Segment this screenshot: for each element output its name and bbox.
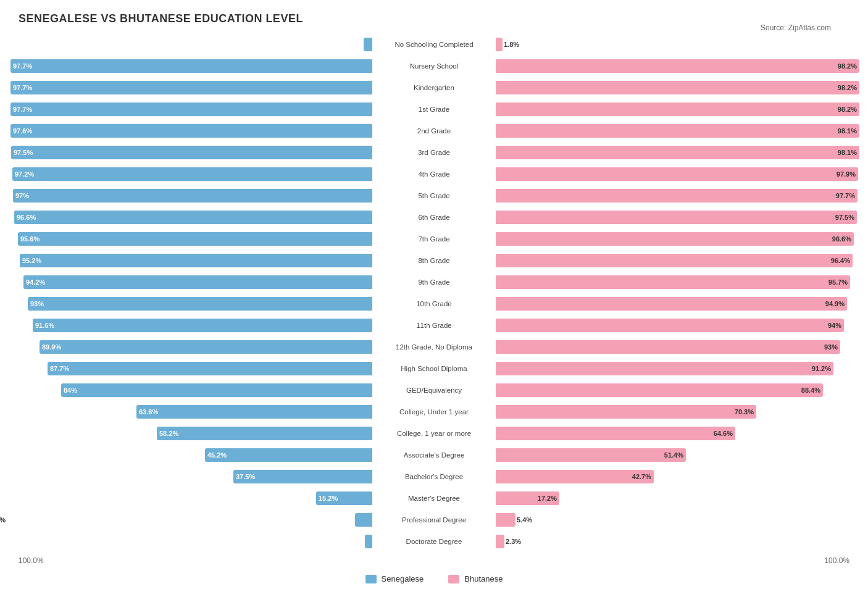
bar-left-23: [365, 535, 372, 548]
left-section-23: 2%: [19, 532, 372, 551]
val-left-inside-15: 87.7%: [50, 365, 69, 372]
bar-row: 95.2% 8th Grade 96.4%: [19, 251, 849, 270]
bar-right-17: 70.3%: [496, 405, 756, 419]
val-left-inside-8: 96.6%: [17, 214, 36, 221]
bar-right-9: 96.6%: [496, 232, 854, 246]
bar-right-22: [496, 513, 515, 527]
left-section-17: 63.6%: [19, 402, 372, 422]
label-center-6: 4th Grade: [372, 170, 496, 178]
axis-labels: 100.0% 100.0%: [19, 556, 849, 565]
label-center-8: 6th Grade: [372, 214, 496, 221]
val-left-inside-18: 58.2%: [159, 430, 178, 437]
val-right-inside-7: 97.7%: [836, 192, 855, 199]
legend-senegalese: Senegalese: [365, 574, 424, 583]
axis-right-label: 100.0%: [491, 556, 849, 565]
bar-left-15: 87.7%: [48, 362, 372, 375]
val-right-inside-13: 94%: [828, 322, 841, 329]
label-center-12: 10th Grade: [372, 300, 496, 307]
val-left-inside-9: 95.6%: [20, 235, 40, 243]
label-center-15: High School Diploma: [372, 365, 496, 372]
left-section-0: 2.3%: [19, 35, 372, 54]
right-section-23: 2.3%: [496, 532, 849, 551]
bar-row: 37.5% Bachelor's Degree 42.7%: [19, 467, 849, 487]
source-text: Source: ZipAtlas.com: [761, 23, 831, 32]
bar-right-1: 98.2%: [496, 59, 859, 73]
right-section-6: 97.9%: [496, 164, 849, 184]
label-center-21: Master's Degree: [372, 495, 496, 502]
bar-row: 97% 5th Grade 97.7%: [19, 186, 849, 206]
bar-row: 96.6% 6th Grade 97.5%: [19, 207, 849, 227]
bar-right-20: 42.7%: [496, 470, 654, 483]
bar-left-10: 95.2%: [20, 254, 372, 267]
bar-left-19: 45.2%: [205, 448, 372, 462]
val-left-inside-10: 95.2%: [22, 257, 41, 264]
left-section-14: 89.9%: [19, 337, 372, 357]
bar-right-18: 64.6%: [496, 427, 735, 440]
left-section-21: 15.2%: [19, 488, 372, 508]
val-right-inside-20: 42.7%: [632, 473, 651, 480]
right-section-13: 94%: [496, 316, 849, 335]
val-right-inside-14: 93%: [824, 343, 838, 351]
legend-bhutanese-box: [448, 575, 459, 583]
bar-row: 97.7% Kindergarten 98.2%: [19, 78, 849, 98]
left-section-11: 94.2%: [19, 272, 372, 292]
label-center-9: 7th Grade: [372, 235, 496, 243]
left-section-15: 87.7%: [19, 359, 372, 378]
bar-right-5: 98.1%: [496, 146, 859, 159]
right-section-18: 64.6%: [496, 424, 849, 443]
left-section-1: 97.7%: [19, 56, 372, 76]
bar-left-8: 96.6%: [14, 211, 372, 224]
val-right-inside-8: 97.5%: [835, 214, 854, 221]
bar-left-21: 15.2%: [316, 491, 372, 505]
bar-row: 97.7% 1st Grade 98.2%: [19, 99, 849, 119]
chart-container: SENEGALESE VS BHUTANESE EDUCATION LEVEL …: [0, 0, 868, 602]
val-left-inside-17: 63.6%: [139, 408, 158, 416]
bar-row: 84% GED/Equivalency 88.4%: [19, 380, 849, 400]
val-left-inside-16: 84%: [64, 387, 77, 394]
val-right-inside-15: 91.2%: [812, 365, 831, 372]
right-section-14: 93%: [496, 337, 849, 357]
right-section-15: 91.2%: [496, 359, 849, 378]
bar-left-6: 97.2%: [12, 167, 372, 181]
label-center-23: Doctorate Degree: [372, 538, 496, 545]
bar-row: 2% Doctorate Degree 2.3%: [19, 532, 849, 551]
bar-row: 97.5% 3rd Grade 98.1%: [19, 143, 849, 162]
right-section-9: 96.6%: [496, 229, 849, 249]
bar-left-14: 89.9%: [40, 340, 372, 354]
right-section-1: 98.2%: [496, 56, 849, 76]
bar-row: 97.7% Nursery School 98.2%: [19, 56, 849, 76]
bar-left-17: 63.6%: [136, 405, 372, 419]
bar-left-11: 94.2%: [23, 275, 372, 289]
label-center-4: 2nd Grade: [372, 127, 496, 135]
bar-right-14: 93%: [496, 340, 840, 354]
val-right-inside-12: 94.9%: [825, 300, 845, 307]
label-center-22: Professional Degree: [372, 516, 496, 524]
bar-right-16: 88.4%: [496, 383, 823, 397]
right-section-0: 1.8%: [496, 35, 849, 54]
bar-left-7: 97%: [13, 189, 372, 203]
bar-row: 91.6% 11th Grade 94%: [19, 316, 849, 335]
legend-senegalese-label: Senegalese: [382, 574, 424, 583]
bar-left-5: 97.5%: [11, 146, 372, 159]
legend: Senegalese Bhutanese: [19, 574, 849, 583]
bar-right-19: 51.4%: [496, 448, 686, 462]
val-left-inside-19: 45.2%: [207, 451, 227, 459]
val-right-inside-16: 88.4%: [801, 387, 820, 394]
legend-bhutanese: Bhutanese: [448, 574, 503, 583]
val-left-inside-13: 91.6%: [35, 322, 54, 329]
right-section-8: 97.5%: [496, 207, 849, 227]
val-right-inside-5: 98.1%: [838, 149, 857, 156]
label-center-13: 11th Grade: [372, 322, 496, 329]
bar-row: 45.2% Associate's Degree 51.4%: [19, 445, 849, 465]
val-right-inside-21: 17.2%: [538, 495, 557, 502]
val-left-inside-7: 97%: [15, 192, 29, 199]
left-section-13: 91.6%: [19, 316, 372, 335]
left-section-9: 95.6%: [19, 229, 372, 249]
bar-left-3: 97.7%: [10, 102, 372, 116]
right-section-17: 70.3%: [496, 402, 849, 422]
label-center-10: 8th Grade: [372, 257, 496, 264]
right-section-16: 88.4%: [496, 380, 849, 400]
bar-row: 63.6% College, Under 1 year 70.3%: [19, 402, 849, 422]
label-center-2: Kindergarten: [372, 84, 496, 91]
label-center-7: 5th Grade: [372, 192, 496, 199]
